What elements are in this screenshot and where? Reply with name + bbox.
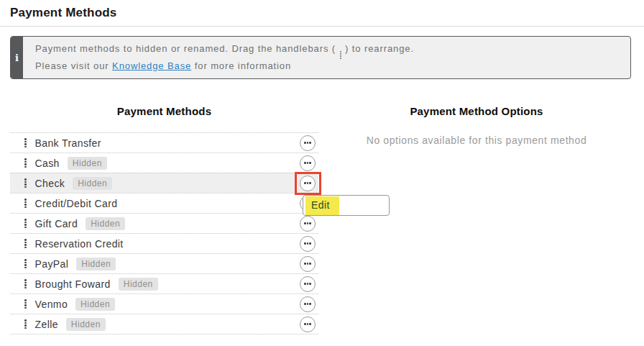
- payment-method-row[interactable]: Zelle Hidden: [10, 314, 318, 334]
- payment-method-row[interactable]: Venmo Hidden: [10, 293, 318, 314]
- payment-method-row[interactable]: Bank Transfer: [10, 132, 318, 152]
- hidden-badge: Hidden: [68, 157, 107, 170]
- row-actions: [300, 256, 316, 272]
- payment-method-name: Cash: [35, 158, 60, 169]
- banner-line1-before: Payment methods to hidden or renamed. Dr…: [35, 43, 339, 54]
- payment-method-list: Bank Transfer Cash Hidden Check Hidden C…: [10, 132, 318, 334]
- drag-handle-icon[interactable]: [24, 239, 27, 248]
- title-divider: [0, 26, 644, 27]
- row-actions: [300, 216, 316, 232]
- row-actions: [300, 276, 316, 292]
- drag-handle-icon[interactable]: [24, 138, 27, 147]
- hidden-badge: Hidden: [76, 258, 116, 270]
- drag-handle-icon[interactable]: [24, 259, 27, 268]
- info-banner-text: Payment methods to hidden or renamed. Dr…: [23, 37, 630, 78]
- drag-handle-icon[interactable]: [24, 279, 27, 288]
- row-actions: [300, 236, 316, 252]
- payment-method-name: Brought Foward: [35, 278, 111, 290]
- payment-method-name: Gift Card: [35, 218, 78, 229]
- hidden-badge: Hidden: [73, 177, 112, 190]
- payment-method-name: Bank Transfer: [35, 137, 101, 149]
- hidden-badge: Hidden: [75, 298, 115, 311]
- payment-method-options-column: Payment Method Options No options availa…: [323, 104, 630, 146]
- row-options-button[interactable]: [300, 236, 316, 252]
- payment-method-name: Reservation Credit: [35, 238, 124, 250]
- payment-method-name: Zelle: [35, 319, 58, 330]
- row-actions: [300, 176, 316, 191]
- payment-methods-header: Payment Methods: [10, 104, 318, 119]
- row-options-button[interactable]: [300, 176, 316, 191]
- banner-line1-after: ) to rearrange.: [342, 43, 414, 54]
- row-actions: [300, 135, 316, 151]
- payment-method-name: PayPal: [35, 258, 69, 270]
- banner-line-2: Please visit our Knowledge Base for more…: [35, 60, 622, 71]
- row-actions: [300, 155, 316, 171]
- info-banner: i Payment methods to hidden or renamed. …: [10, 36, 631, 79]
- row-options-button[interactable]: [300, 296, 316, 312]
- row-actions: [300, 296, 316, 312]
- row-options-button[interactable]: [300, 135, 316, 151]
- page-title: Payment Methods: [10, 6, 116, 20]
- drag-handle-icon[interactable]: [24, 219, 27, 228]
- payment-method-name: Venmo: [35, 299, 68, 310]
- info-icon: i: [11, 37, 23, 78]
- handlebar-icon: [340, 51, 341, 59]
- drag-handle-icon[interactable]: [24, 199, 27, 208]
- row-context-menu: Edit: [303, 195, 390, 216]
- payment-method-row[interactable]: PayPal Hidden: [10, 253, 318, 273]
- row-options-button[interactable]: [300, 256, 316, 272]
- hidden-badge: Hidden: [86, 217, 125, 230]
- payment-method-row[interactable]: Credit/Debit Card: [10, 193, 318, 213]
- payment-method-row[interactable]: Cash Hidden: [10, 152, 318, 173]
- menu-item-edit[interactable]: Edit: [305, 196, 339, 215]
- drag-handle-icon[interactable]: [24, 158, 27, 168]
- row-actions: [300, 317, 316, 332]
- payment-methods-page: Payment Methods i Payment methods to hid…: [0, 0, 644, 346]
- row-options-button[interactable]: [300, 317, 316, 332]
- payment-method-row[interactable]: Reservation Credit: [10, 233, 318, 253]
- payment-method-row[interactable]: Gift Card Hidden: [10, 213, 318, 233]
- drag-handle-icon[interactable]: [24, 319, 27, 329]
- payment-method-name: Check: [35, 178, 65, 189]
- payment-methods-column: Payment Methods Bank Transfer Cash Hidde…: [10, 104, 318, 334]
- drag-handle-icon[interactable]: [24, 178, 27, 188]
- drag-handle-icon[interactable]: [24, 299, 27, 309]
- payment-method-name: Credit/Debit Card: [35, 198, 118, 209]
- banner-line2-after: for more information: [191, 60, 291, 71]
- knowledge-base-link[interactable]: Knowledge Base: [112, 60, 191, 71]
- payment-method-row[interactable]: Brought Foward Hidden: [10, 273, 318, 293]
- row-options-button[interactable]: [300, 216, 316, 232]
- banner-line2-before: Please visit our: [35, 60, 112, 71]
- no-options-message: No options available for this payment me…: [323, 135, 630, 146]
- hidden-badge: Hidden: [119, 278, 158, 291]
- banner-line-1: Payment methods to hidden or renamed. Dr…: [35, 43, 622, 59]
- payment-method-row[interactable]: Check Hidden: [10, 173, 318, 193]
- payment-method-options-header: Payment Method Options: [323, 104, 630, 119]
- row-options-button[interactable]: [300, 155, 316, 171]
- row-options-button[interactable]: [300, 276, 316, 292]
- hidden-badge: Hidden: [66, 318, 106, 331]
